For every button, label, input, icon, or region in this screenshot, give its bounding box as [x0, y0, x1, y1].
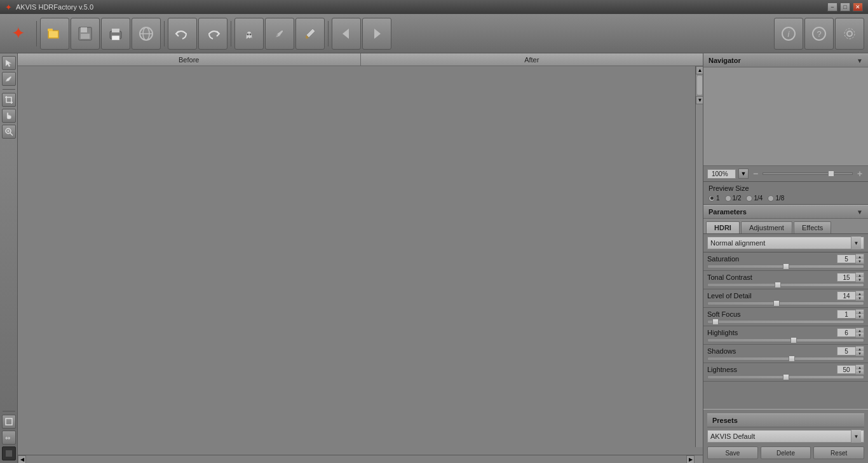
presets-dropdown[interactable]: AKVIS Default ▼ [707, 430, 864, 443]
shadows-increment[interactable]: ▲ [856, 347, 864, 351]
vertical-scrollbar[interactable]: ▲ ▼ [695, 66, 703, 447]
undo-button[interactable] [168, 18, 197, 50]
color-tool[interactable] [2, 446, 16, 460]
info-button[interactable]: i [774, 18, 803, 50]
lightness-thumb[interactable] [783, 374, 789, 380]
settings-button[interactable] [835, 18, 864, 50]
level-of-detail-spin-btns: ▲ ▼ [856, 291, 864, 301]
pen-button[interactable] [265, 18, 294, 50]
lightness-value[interactable]: 50 [837, 365, 856, 374]
lightness-decrement[interactable]: ▼ [856, 370, 864, 374]
save-preset-button[interactable]: Save [707, 446, 758, 459]
zoom-out-button[interactable]: − [751, 169, 760, 178]
preview-size-half[interactable]: 1/2 [725, 195, 742, 202]
print-button[interactable] [101, 18, 130, 50]
soft-focus-slider[interactable] [707, 320, 864, 324]
svg-rect-8 [112, 36, 119, 40]
close-button[interactable]: ✕ [853, 3, 863, 11]
logo-button[interactable]: ✦ [4, 18, 33, 50]
globe-button[interactable] [132, 18, 161, 50]
scroll-up-button[interactable]: ▲ [696, 66, 703, 74]
saturation-label: Saturation [707, 255, 739, 263]
level-of-detail-thumb[interactable] [773, 300, 780, 307]
horizontal-scrollbar[interactable] [26, 455, 686, 463]
lightness-increment[interactable]: ▲ [856, 365, 864, 370]
tonal-contrast-increment[interactable]: ▲ [856, 273, 864, 277]
pencil-tool[interactable] [2, 72, 16, 86]
zoom-in-button[interactable]: + [855, 169, 864, 178]
saturation-spin-btns: ▲ ▼ [856, 254, 864, 264]
highlights-slider[interactable] [707, 338, 864, 342]
save-button[interactable] [71, 18, 100, 50]
delete-preset-button[interactable]: Delete [761, 446, 811, 459]
preview-size-eighth[interactable]: 1/8 [768, 195, 784, 202]
title-bar-controls[interactable]: − □ ✕ [827, 3, 863, 11]
tab-hdri[interactable]: HDRI [706, 221, 740, 233]
level-of-detail-decrement[interactable]: ▼ [856, 296, 864, 300]
saturation-thumb[interactable] [783, 263, 789, 270]
toolbar-separator-2 [164, 21, 165, 46]
tonal-contrast-decrement[interactable]: ▼ [856, 277, 864, 282]
zoom-tool[interactable] [2, 125, 16, 139]
highlights-value[interactable]: 6 [837, 328, 856, 337]
rect-tool[interactable] [2, 415, 16, 429]
shadows-decrement[interactable]: ▼ [856, 351, 864, 356]
prev-button[interactable] [332, 18, 361, 50]
soft-focus-thumb[interactable] [712, 319, 719, 325]
maximize-button[interactable]: □ [840, 3, 850, 11]
tonal-contrast-thumb[interactable] [775, 282, 781, 288]
zoom-dropdown-button[interactable]: ▼ [738, 169, 749, 179]
scroll-down-button[interactable]: ▼ [696, 96, 703, 104]
tab-adjustment[interactable]: Adjustment [741, 221, 792, 233]
shadows-thumb[interactable] [789, 356, 795, 362]
canvas-view[interactable]: ▲ ▼ [18, 66, 703, 455]
zoom-slider-thumb[interactable] [828, 170, 834, 177]
shadows-slider[interactable] [707, 357, 864, 361]
level-of-detail-increment[interactable]: ▲ [856, 291, 864, 296]
tonal-contrast-value[interactable]: 15 [837, 273, 856, 282]
highlights-decrement[interactable]: ▼ [856, 333, 864, 337]
highlights-thumb[interactable] [790, 337, 797, 343]
soft-focus-value[interactable]: 1 [837, 310, 856, 319]
shadows-value[interactable]: 5 [837, 347, 856, 356]
preview-size-1[interactable]: 1 [709, 195, 720, 202]
presets-title: Presets [712, 417, 738, 424]
parameters-collapse-icon[interactable]: ▼ [857, 209, 863, 216]
tab-effects[interactable]: Effects [794, 221, 831, 233]
select-tool[interactable] [2, 56, 16, 70]
level-of-detail-value[interactable]: 14 [837, 291, 856, 300]
help-button[interactable]: ? [804, 18, 834, 50]
saturation-value[interactable]: 5 [837, 254, 856, 263]
alignment-dropdown[interactable]: Normal alignment ▼ [707, 237, 864, 249]
preview-size-quarter[interactable]: 1/4 [746, 195, 763, 202]
redo-button[interactable] [198, 18, 227, 50]
svg-point-21 [844, 29, 855, 39]
tonal-contrast-slider[interactable] [707, 283, 864, 287]
zoom-slider[interactable] [763, 172, 853, 175]
scroll-thumb[interactable] [697, 76, 702, 95]
open-button[interactable] [40, 18, 69, 50]
navigator-collapse-icon[interactable]: ▼ [857, 57, 863, 64]
hand-tool[interactable] [2, 109, 16, 123]
flip-tool[interactable]: ⇔ [2, 431, 16, 445]
reset-preset-button[interactable]: Reset [813, 446, 864, 459]
highlights-increment[interactable]: ▲ [856, 328, 864, 333]
alignment-dropdown-arrow: ▼ [851, 237, 861, 249]
ghost-button[interactable] [234, 18, 264, 50]
soft-focus-increment[interactable]: ▲ [856, 310, 864, 314]
crop-tool[interactable] [2, 93, 16, 107]
scroll-left-button[interactable]: ◀ [18, 455, 26, 463]
next-button[interactable] [362, 18, 391, 50]
soft-focus-decrement[interactable]: ▼ [856, 314, 864, 319]
scroll-right-button[interactable]: ▶ [686, 455, 695, 463]
lightness-slider[interactable] [707, 375, 864, 379]
saturation-decrement[interactable]: ▼ [856, 259, 864, 263]
gear-icon [841, 25, 858, 43]
canvas-bottom-strip: ◀ ▶ [18, 455, 703, 463]
saturation-slider[interactable] [707, 265, 864, 268]
saturation-increment[interactable]: ▲ [856, 254, 864, 259]
minimize-button[interactable]: − [827, 3, 837, 11]
brush-button[interactable] [295, 18, 325, 50]
radio-quarter-label: 1/4 [754, 195, 763, 202]
level-of-detail-slider[interactable] [707, 301, 864, 305]
